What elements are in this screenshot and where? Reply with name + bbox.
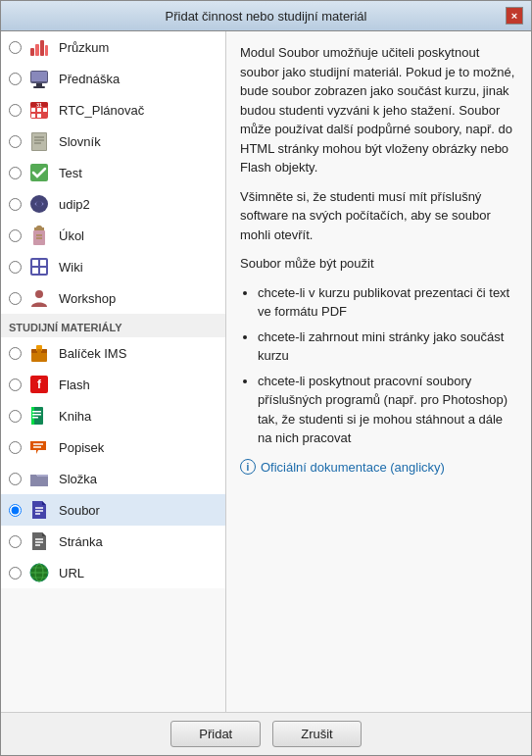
info-icon: i [240,459,256,475]
radio-úkol[interactable] [9,229,22,242]
svg-rect-29 [40,260,46,266]
wiki-icon [27,255,51,278]
list-item-udip2[interactable]: udip2 [1,188,225,220]
svg-rect-1 [35,44,39,56]
radio-kniha[interactable] [9,410,22,423]
balíček-icon [27,341,51,365]
list-item-label-kniha: Kniha [59,409,91,424]
section-materials-header: STUDIJNÍ MATERIÁLY [1,314,225,337]
list-item-flash[interactable]: f Flash [1,369,225,400]
svg-rect-6 [33,86,45,88]
radio-workshop[interactable] [9,292,22,305]
list-item-test[interactable]: Test [1,157,225,188]
bullet-3: chcete-li poskytnout pracovní soubory př… [258,372,517,448]
list-item-přednáška[interactable]: Přednáška [1,63,225,94]
flash-icon: f [27,373,51,396]
svg-rect-11 [37,108,41,112]
radio-soubor[interactable] [9,504,22,517]
radio-rtc[interactable] [9,104,22,117]
bullet-1: chcete-li v kurzu publikovat prezentaci … [258,283,517,322]
přednáška-icon [27,67,51,90]
svg-rect-28 [32,260,38,266]
url-icon [27,561,51,584]
list-item-label-přednáška: Přednáška [59,72,120,86]
workshop-icon [27,286,51,310]
list-item-label-slovník: Slovník [59,134,101,149]
list-item-url[interactable]: URL [1,557,225,588]
svg-rect-10 [31,108,35,112]
list-item-wiki[interactable]: Wiki [1,251,225,282]
list-item-label-soubor: Soubor [59,503,100,518]
cancel-button[interactable]: Zrušit [272,721,362,747]
radio-wiki[interactable] [9,261,22,274]
left-panel: Průzkum Přednáška [1,31,226,712]
svg-rect-42 [32,414,41,416]
radio-url[interactable] [9,567,22,580]
soubor-icon [27,498,51,522]
svg-rect-3 [45,45,48,56]
rtc-icon: 31 [27,98,51,122]
svg-rect-41 [32,411,41,413]
bullet-list: chcete-li v kurzu publikovat prezentaci … [258,283,517,448]
radio-složka[interactable] [9,473,22,485]
svg-rect-2 [40,40,44,56]
radio-slovník[interactable] [9,135,22,148]
list-item-label-stránka: Stránka [59,534,103,549]
list-item-label-flash: Flash [59,378,90,392]
stránka-icon [27,529,51,553]
svg-rect-30 [32,268,38,274]
dialog-footer: Přidat Zrušit [1,712,531,755]
add-button[interactable]: Přidat [170,721,261,747]
list-item-úkol[interactable]: Úkol [1,220,225,251]
list-item-soubor[interactable]: Soubor [1,494,225,526]
úkol-icon [27,224,51,247]
list-item-stránka[interactable]: Stránka [1,526,225,557]
doc-link[interactable]: Oficiální dokumentace (anglicky) [261,458,445,478]
list-item-label-test: Test [59,166,82,180]
list-item-popisek[interactable]: Popisek [1,431,225,463]
popisek-icon [27,435,51,459]
průzkum-icon [27,35,51,59]
radio-přednáška[interactable] [9,73,22,85]
radio-balíček[interactable] [9,347,22,360]
svg-rect-43 [32,417,38,419]
svg-rect-14 [37,114,41,118]
svg-rect-36 [37,349,41,354]
radio-průzkum[interactable] [9,41,22,54]
list-item-slovník[interactable]: Slovník [1,126,225,157]
list-item-label-balíček: Balíček IMS [59,346,126,361]
list-item-průzkum[interactable]: Průzkum [1,31,225,63]
bullet-2: chcete-li zahrnout mini stránky jako sou… [258,328,517,366]
list-item-rtc[interactable]: 31 RTC_Plánovač [1,94,225,126]
svg-point-32 [35,290,43,298]
doc-link-container: i Oficiální dokumentace (anglicky) [240,458,517,478]
radio-flash[interactable] [9,378,22,391]
svg-rect-0 [30,48,34,56]
složka-icon [27,467,51,490]
svg-rect-5 [36,83,42,86]
svg-rect-12 [43,108,47,112]
radio-test[interactable] [9,167,22,179]
list-item-label-wiki: Wiki [59,260,83,275]
list-item-balíček[interactable]: Balíček IMS [1,337,225,369]
list-item-label-složka: Složka [59,472,97,486]
svg-rect-17 [32,133,46,150]
list-item-workshop[interactable]: Workshop [1,282,225,314]
list-item-label-workshop: Workshop [59,291,116,306]
list-item-složka[interactable]: Složka [1,463,225,494]
description-para-3: Soubor může být použit [240,254,517,274]
list-item-kniha[interactable]: Kniha [1,400,225,431]
description-para-2: Všimněte si, že studenti musí mít příslu… [240,187,517,245]
kniha-icon [27,404,51,428]
svg-rect-31 [40,268,46,274]
radio-stránka[interactable] [9,535,22,548]
udip2-icon [27,192,51,216]
svg-text:31: 31 [36,102,42,108]
close-button[interactable]: × [506,7,523,25]
svg-rect-7 [31,72,47,81]
svg-point-23 [36,201,42,207]
radio-popisek[interactable] [9,441,22,454]
list-item-label-úkol: Úkol [59,228,84,243]
radio-udip2[interactable] [9,198,22,211]
dialog-title: Přidat činnost nebo studijní materiál [26,9,506,24]
